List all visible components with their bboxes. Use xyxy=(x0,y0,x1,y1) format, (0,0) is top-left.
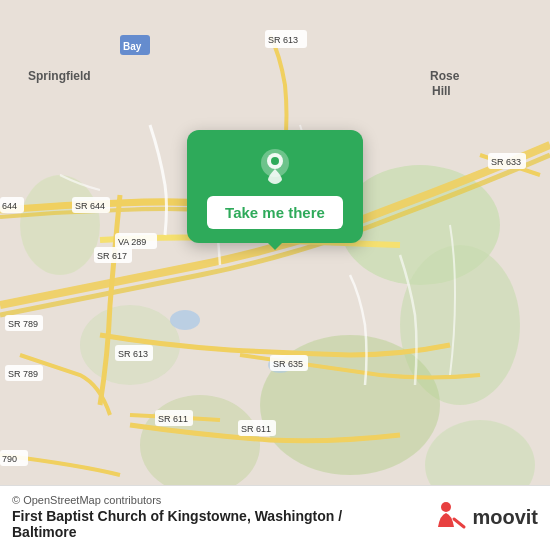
svg-text:SR 633: SR 633 xyxy=(491,157,521,167)
svg-text:SR 789: SR 789 xyxy=(8,369,38,379)
osm-credit: © OpenStreetMap contributors xyxy=(12,494,342,506)
bottom-bar: © OpenStreetMap contributors First Bapti… xyxy=(0,485,550,550)
svg-point-45 xyxy=(271,157,279,165)
svg-text:SR 611: SR 611 xyxy=(241,424,271,434)
svg-text:Bay: Bay xyxy=(123,41,142,52)
svg-text:SR 635: SR 635 xyxy=(273,359,303,369)
svg-text:SR 613: SR 613 xyxy=(118,349,148,359)
svg-text:SR 789: SR 789 xyxy=(8,319,38,329)
location-name-line1: First Baptist Church of Kingstowne, Wash… xyxy=(12,508,342,524)
svg-point-46 xyxy=(441,502,451,512)
svg-text:790: 790 xyxy=(2,454,17,464)
svg-text:Springfield: Springfield xyxy=(28,69,91,83)
moovit-icon xyxy=(432,499,468,535)
take-me-there-button[interactable]: Take me there xyxy=(207,196,343,229)
svg-text:SR 611: SR 611 xyxy=(158,414,188,424)
map-container: SR 613 SR 644 644 VA 289 SR 617 SR 789 S… xyxy=(0,0,550,550)
location-name-line2: Baltimore xyxy=(12,524,77,540)
svg-text:Hill: Hill xyxy=(432,84,451,98)
map-background: SR 613 SR 644 644 VA 289 SR 617 SR 789 S… xyxy=(0,0,550,550)
popup-card: Take me there xyxy=(187,130,363,243)
svg-line-47 xyxy=(454,519,464,527)
svg-text:VA 289: VA 289 xyxy=(118,237,146,247)
svg-text:SR 644: SR 644 xyxy=(75,201,105,211)
svg-text:SR 617: SR 617 xyxy=(97,251,127,261)
moovit-text: moovit xyxy=(472,506,538,529)
location-pin-icon xyxy=(255,146,295,186)
location-name: First Baptist Church of Kingstowne, Wash… xyxy=(12,508,342,540)
svg-text:644: 644 xyxy=(2,201,17,211)
svg-point-5 xyxy=(20,175,100,275)
svg-text:SR 613: SR 613 xyxy=(268,35,298,45)
svg-text:Rose: Rose xyxy=(430,69,460,83)
moovit-logo: moovit xyxy=(432,499,538,535)
bottom-info: © OpenStreetMap contributors First Bapti… xyxy=(12,494,342,540)
svg-point-8 xyxy=(170,310,200,330)
